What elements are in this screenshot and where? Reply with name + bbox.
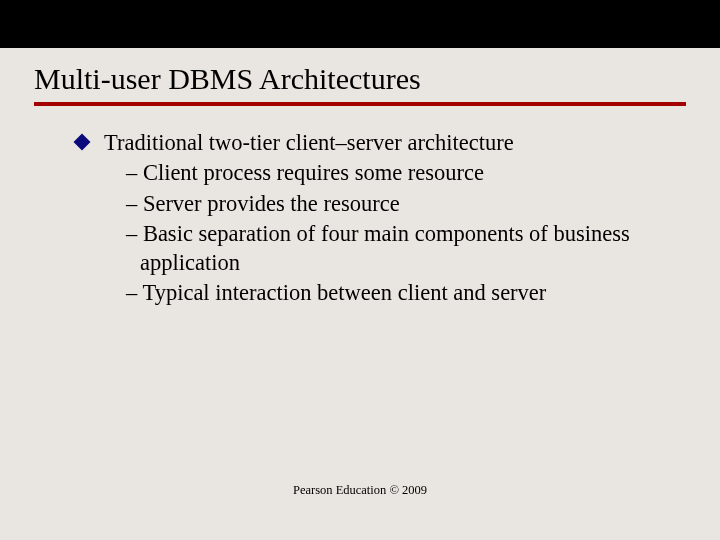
diamond-bullet-icon	[74, 134, 91, 151]
top-bar	[0, 0, 720, 48]
content-area: Traditional two-tier client–server archi…	[0, 106, 720, 308]
sub-list: – Client process requires some resource …	[104, 158, 660, 307]
bullet-text: Traditional two-tier client–server archi…	[104, 130, 514, 155]
sub-item: – Typical interaction between client and…	[126, 278, 660, 307]
slide-title: Multi-user DBMS Architectures	[0, 48, 720, 102]
sub-item: – Server provides the resource	[126, 189, 660, 218]
sub-item: – Client process requires some resource	[126, 158, 660, 187]
bullet-item: Traditional two-tier client–server archi…	[104, 128, 660, 308]
footer-text: Pearson Education © 2009	[0, 483, 720, 498]
slide: Multi-user DBMS Architectures Traditiona…	[0, 0, 720, 540]
sub-item: – Basic separation of four main componen…	[126, 219, 660, 278]
